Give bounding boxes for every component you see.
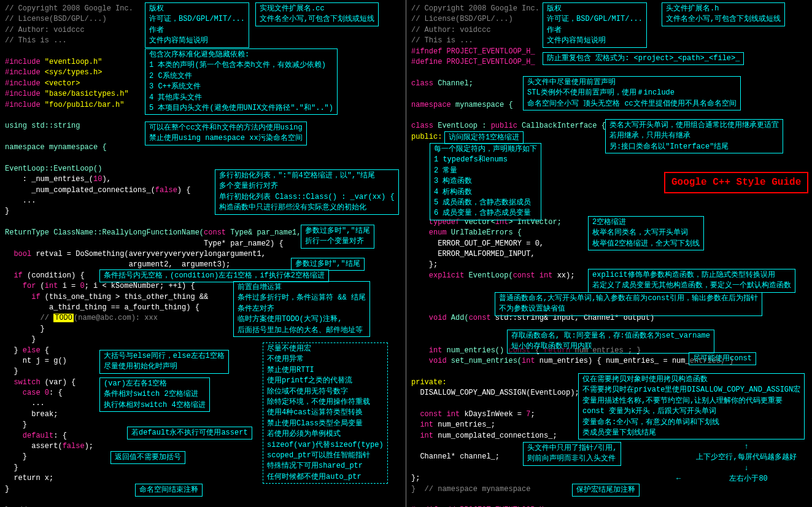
code: ( xyxy=(36,282,44,290)
code: return x; xyxy=(5,474,53,482)
code xyxy=(411,218,429,226)
note: 若default永不执行可使用assert xyxy=(127,427,252,439)
comment: // This is ... xyxy=(411,36,473,45)
comment: // This is ... xyxy=(5,36,67,45)
code: i = xyxy=(58,282,80,290)
note: 前置自增运算 条件过多折行时，条件运算符 && 结尾 条件左对齐 临时方案使用T… xyxy=(233,281,370,337)
kw: void xyxy=(429,357,447,365)
code: a_third_thing == a_fourth_thing) { xyxy=(5,303,199,312)
kw: bool xyxy=(14,250,31,258)
todo-tag: TODO xyxy=(53,314,74,322)
code: ) { xyxy=(177,186,191,195)
comment: // Copyright 2008 Google Inc. xyxy=(411,4,539,13)
fn: set_num_entries( xyxy=(447,357,522,365)
code: _num_complated_connections_( xyxy=(5,186,155,195)
fn: EventLoop( xyxy=(464,271,512,280)
code: Channel* channel_; xyxy=(411,452,500,461)
comment: // License(BSD/GPL/...) xyxy=(5,15,107,23)
code xyxy=(5,378,14,387)
comment: // Author: voidccc xyxy=(411,26,491,34)
code xyxy=(411,314,429,322)
code: ; i < kSomeNumber; ++i) { xyxy=(85,282,195,290)
kw: int xyxy=(429,346,443,355)
kw: #include xyxy=(5,101,45,109)
kw: else xyxy=(23,346,41,355)
code xyxy=(411,228,429,237)
code: } xyxy=(5,463,18,472)
access: private: xyxy=(411,378,447,387)
enum: UrlTableErrors { xyxy=(447,228,522,237)
page: // Copyright 2008 Google Inc. // License… xyxy=(0,0,812,507)
namespace: namespace mynamespace { xyxy=(5,143,107,152)
code xyxy=(5,293,31,301)
kw: void xyxy=(429,314,447,322)
code: num_entries_; xyxy=(433,420,495,429)
kw: const xyxy=(469,314,491,322)
code: } xyxy=(5,485,9,493)
code: ... xyxy=(5,196,36,205)
note: 防止重复包含 宏格式为: <project>_<path>_<file>_ xyxy=(543,52,744,65)
code: nt j = g() xyxy=(5,357,67,365)
kw: #include xyxy=(5,79,45,88)
note: 头文件中只用了指针/引用, 则前向声明而非引入头文件 xyxy=(523,442,621,466)
code xyxy=(411,420,420,429)
comment: // Copyright 2008 Google Inc. xyxy=(5,4,133,13)
guard: #define PROJECT_EVENTLOOP_H_ xyxy=(411,58,535,66)
string: "foo/public/bar.h" xyxy=(45,101,125,109)
code: _num_entries_( xyxy=(31,175,93,184)
code: argument2, argument3); xyxy=(5,260,230,269)
num: 0 xyxy=(80,282,84,290)
note: 可以在整个cc文件和h文件的方法内使用using 禁止使用using names… xyxy=(145,122,307,145)
guard: #ifndef PROJECT_EVENTLOOP_H_ xyxy=(411,47,535,56)
code: : { xyxy=(53,432,67,440)
code xyxy=(411,346,429,355)
note: 存取函数命名, 取:同变量名，存:值函数名为set_varname 短小的存取函… xyxy=(507,330,714,354)
note: 保护宏结尾加注释 xyxy=(572,484,640,497)
note: 2空格缩进 枚举名同类名，大写开头单词 枚举值2空格缩进，全大写下划线 xyxy=(588,216,704,250)
code xyxy=(411,357,429,365)
note: 普通函数命名,大写开头单词,输入参数在前为const引用，输出参数在后为指针 不… xyxy=(495,292,762,316)
note: 头文件中尽量使用前置声明 STL类例外不使用前置声明，使用＃include 命名… xyxy=(523,76,741,110)
code: (this_one_thing > this_other_thing && xyxy=(41,293,209,301)
num: 10 xyxy=(93,175,102,184)
right-column: // Copyright 2008 Google Inc. // License… xyxy=(406,0,812,507)
code: (condition) { xyxy=(23,271,85,280)
fn: num_entries() xyxy=(442,346,508,355)
note: (var)左右各1空格 条件相对switch 2空格缩进 执行体相对switch… xyxy=(99,377,210,412)
code: } xyxy=(5,335,36,344)
kw: int xyxy=(45,282,58,290)
note: 每一个限定符内，声明顺序如下 1 typedefs和enums 2 常量 3 构… xyxy=(430,143,541,220)
note: 尽可能使用const xyxy=(689,352,756,365)
code: assert( xyxy=(5,442,63,451)
kw: #include xyxy=(5,90,45,98)
note-dash: 尽量不使用宏 不使用异常 禁止使用RTTI 使用printf之类的代替流 除位域… xyxy=(263,343,388,484)
code: break; xyxy=(5,410,58,419)
code: { xyxy=(41,346,49,355)
code xyxy=(5,250,14,258)
code: } xyxy=(5,325,45,333)
string: <sys/types.h> xyxy=(45,68,102,77)
code: ), xyxy=(102,175,110,184)
note: 包含次序标准化避免隐藏依赖: 1 本类的声明(第一个包含本类h文件，有效减少依赖… xyxy=(145,48,338,115)
code: }; xyxy=(411,474,420,482)
note: 头文件扩展名.h 文件名全小写,可包含下划线或短线 xyxy=(662,2,785,26)
note: 命名空间结束注释 xyxy=(135,484,203,497)
code: kDaysInWeek = xyxy=(460,410,526,419)
note: 仅在需要拷贝对象时使用拷贝构造函数 不需要拷贝时在private里使用DISAL… xyxy=(578,373,805,439)
size-guide: ↑ 上下少空行,每屏代码越多越好 ↓ ← 左右小于80 → xyxy=(676,442,812,485)
kw: int xyxy=(420,432,433,440)
ns-end: } // namespace mynamespace xyxy=(411,485,530,493)
kw: if xyxy=(31,293,40,301)
note: 多行初始化列表，":"前4空格缩进，以","结尾 多个变量折行对齐 单行初始化列… xyxy=(215,169,399,215)
code: num_complated_connections_; xyxy=(433,432,557,440)
code: Type* par_name2) { xyxy=(5,239,284,248)
kw: #include xyxy=(5,58,45,66)
class: EventLoop : xyxy=(433,122,491,130)
code: ERROR_OUT_OF_MEMORY = 0, xyxy=(411,239,544,248)
kw: case xyxy=(23,389,41,397)
kw: false xyxy=(63,442,85,451)
class: CallbackInterface { xyxy=(517,122,606,130)
code: xx); xyxy=(552,271,574,280)
code xyxy=(5,282,23,290)
fn: Type& par_name1, xyxy=(226,228,301,237)
